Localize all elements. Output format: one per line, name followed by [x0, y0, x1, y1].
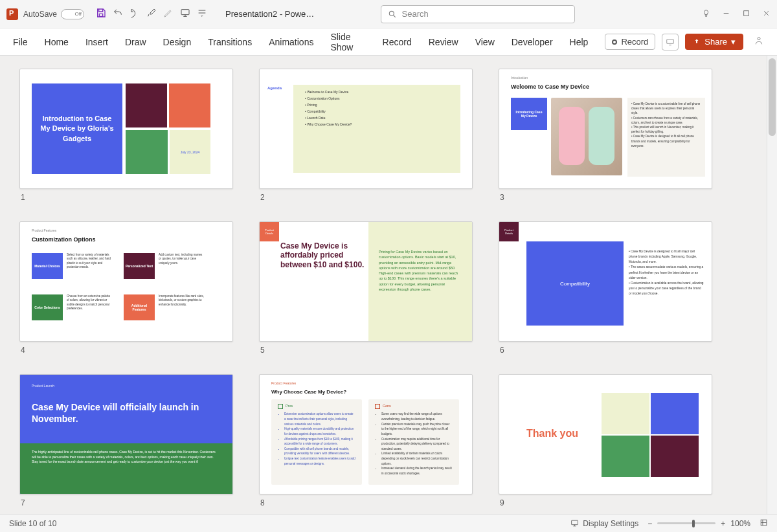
vertical-scrollbar[interactable] — [767, 56, 777, 514]
tab-slide-show[interactable]: Slide Show — [330, 32, 365, 52]
maximize-icon[interactable] — [742, 9, 750, 19]
slide-number: 9 — [499, 498, 712, 507]
record-label: Record — [621, 37, 648, 47]
tab-developer[interactable]: Developer — [512, 37, 553, 47]
window-controls — [702, 9, 771, 19]
ribbon-options-icon[interactable] — [750, 36, 764, 48]
tab-help[interactable]: Help — [570, 37, 589, 47]
slide-sorter: Introduction to Case My Device by Gloria… — [0, 56, 777, 514]
eyedropper-icon[interactable] — [146, 8, 157, 20]
slide-thumb-3[interactable]: Introduction Welcome to Case My Device I… — [499, 69, 712, 202]
tab-view[interactable]: View — [475, 37, 495, 47]
slide-number: 5 — [259, 346, 473, 355]
slide-number: 8 — [259, 498, 473, 507]
slide-thumb-2[interactable]: Agenda Welcome to Case My DeviceCustomiz… — [259, 69, 473, 202]
minimize-icon[interactable] — [722, 9, 730, 19]
title-bar: AutoSave Off Presentation2 - Powe… Searc… — [0, 0, 777, 28]
slide-thumb-6[interactable]: Product Details Compatibility Case My De… — [499, 221, 712, 355]
present-mode-button[interactable] — [662, 34, 679, 50]
tab-file[interactable]: File — [13, 37, 28, 47]
ribbon: File Home Insert Draw Design Transitions… — [0, 28, 777, 56]
share-button[interactable]: Share ▾ — [685, 34, 743, 50]
tab-insert[interactable]: Insert — [85, 37, 108, 47]
svg-rect-2 — [744, 10, 749, 16]
status-bar: Slide 10 of 10 Display Settings − + 100% — [0, 514, 777, 532]
slide-thumb-4[interactable]: Product Features Customization Options M… — [19, 221, 233, 355]
fit-to-window-icon[interactable] — [760, 518, 768, 529]
svg-point-4 — [758, 38, 760, 40]
tab-home[interactable]: Home — [45, 37, 69, 47]
tab-record[interactable]: Record — [383, 37, 412, 47]
autosave-toggle[interactable]: AutoSave Off — [23, 9, 84, 19]
slide3-image — [551, 98, 622, 175]
slide1-title: Introduction to Case My Device by Gloria… — [32, 83, 122, 174]
slide2-label: Agenda — [267, 86, 282, 90]
tab-animations[interactable]: Animations — [269, 37, 313, 47]
tab-draw[interactable]: Draw — [125, 37, 146, 47]
monitor-icon — [570, 519, 579, 527]
zoom-slider[interactable] — [657, 522, 715, 524]
svg-point-1 — [389, 11, 394, 16]
lightbulb-icon[interactable] — [702, 9, 710, 19]
zoom-value: 100% — [730, 519, 750, 528]
search-icon — [388, 10, 397, 19]
slide-thumb-1[interactable]: Introduction to Case My Device by Gloria… — [19, 69, 233, 202]
present-icon[interactable] — [180, 8, 190, 20]
slide-thumb-7[interactable]: Product Launch Case My Device will offic… — [19, 374, 233, 507]
search-placeholder: Search — [402, 9, 429, 19]
slide-number: 2 — [259, 193, 473, 202]
display-settings-button[interactable]: Display Settings — [570, 519, 638, 528]
pen-icon[interactable] — [163, 8, 174, 20]
record-button[interactable]: Record — [605, 34, 655, 50]
tab-design[interactable]: Design — [163, 37, 192, 47]
slide-number: 1 — [19, 193, 233, 202]
tab-transitions[interactable]: Transitions — [208, 37, 252, 47]
quick-access-toolbar — [96, 8, 207, 20]
slide-number: 6 — [499, 346, 712, 355]
share-label: Share — [704, 37, 727, 47]
svg-rect-5 — [572, 520, 578, 525]
app-icon — [6, 8, 18, 20]
slide-thumb-8[interactable]: Product Features Why Choose Case My Devi… — [259, 374, 473, 507]
document-title[interactable]: Presentation2 - Powe… — [225, 9, 314, 19]
scrollbar-thumb[interactable] — [769, 58, 776, 136]
redo-icon[interactable] — [130, 8, 140, 20]
zoom-out-icon[interactable]: − — [648, 519, 652, 528]
svg-rect-3 — [667, 39, 674, 43]
close-icon[interactable] — [762, 9, 771, 19]
zoom-in-icon[interactable]: + — [721, 519, 725, 528]
slide-thumb-9[interactable]: Thank you 9 — [499, 374, 712, 507]
share-icon — [693, 38, 701, 46]
slide1-date: July 23, 2024 — [170, 130, 210, 174]
autosave-label: AutoSave — [23, 10, 57, 19]
record-dot-icon — [612, 39, 617, 45]
slide-thumb-5[interactable]: Product Details Case My Device is afford… — [259, 221, 473, 355]
qat-overflow-icon[interactable] — [197, 8, 207, 20]
zoom-control[interactable]: − + 100% — [648, 519, 750, 528]
tab-review[interactable]: Review — [429, 37, 458, 47]
slide-number: 7 — [19, 498, 233, 507]
save-icon[interactable] — [96, 8, 106, 20]
slide-counter: Slide 10 of 10 — [9, 519, 56, 528]
slide-grid-area[interactable]: Introduction to Case My Device by Gloria… — [0, 56, 767, 514]
present-icon — [666, 38, 675, 47]
toggle-switch[interactable]: Off — [61, 9, 84, 19]
undo-icon[interactable] — [113, 8, 123, 20]
svg-rect-0 — [181, 10, 189, 15]
slide2-list: Welcome to Case My DeviceCustomization O… — [305, 89, 352, 127]
chevron-down-icon: ▾ — [731, 37, 736, 47]
search-input[interactable]: Search — [381, 5, 575, 23]
slide-number: 3 — [499, 193, 712, 202]
slide-number: 4 — [19, 346, 233, 355]
